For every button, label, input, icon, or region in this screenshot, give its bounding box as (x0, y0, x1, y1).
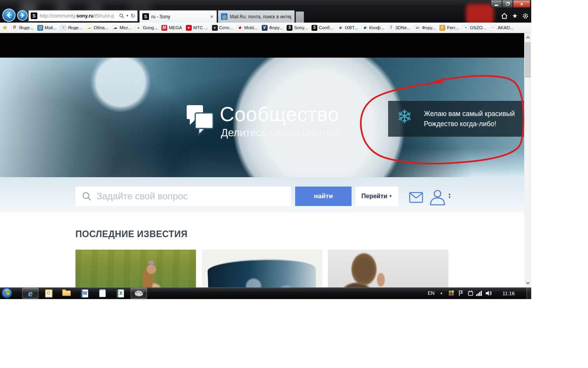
favorite-item[interactable]: MMEGA (161, 25, 182, 31)
search-icon (82, 191, 92, 201)
tab-title: ru - Sony (151, 14, 209, 19)
minimize-icon (495, 5, 498, 6)
favorite-item[interactable]: ●Сото... (212, 25, 233, 31)
scrollbar-down-arrow[interactable] (524, 279, 531, 286)
browser-forward-button[interactable] (17, 10, 28, 21)
favorite-icon: Я (11, 25, 17, 31)
forward-arrow-icon (20, 13, 25, 18)
sort-down-icon: ▼ (448, 196, 451, 199)
favorite-icon: З (388, 25, 394, 31)
favorites-bar: ★ ЯЯнде... @Mail... ≈Янде... ☁Обла... ☁M… (0, 23, 531, 33)
browser-back-button[interactable] (2, 9, 16, 22)
hidden-icons-arrow[interactable]: ▲ (440, 291, 443, 295)
favorite-item[interactable]: 3DФору... (415, 25, 436, 31)
profile-sort-arrows[interactable]: ▲ ▼ (448, 193, 451, 199)
find-button[interactable]: найти (295, 187, 352, 206)
favorites-star-icon[interactable]: ★ (512, 13, 518, 19)
favorite-icon: M (161, 25, 167, 31)
browser-toolbar: ★ (501, 11, 529, 21)
sony-site-header: SONY Интернет-магазин Электроника ▾ Подд… (0, 33, 531, 58)
favorite-item[interactable]: ◆IXBT... (337, 25, 358, 31)
favorite-item[interactable]: ∙∙AKAD... (490, 25, 514, 31)
new-tab-button[interactable] (296, 11, 304, 23)
news-card[interactable] (328, 250, 448, 287)
volume-icon[interactable] (485, 290, 492, 296)
favorite-icon: ● (212, 25, 218, 31)
mailru-favicon: @ (221, 13, 228, 20)
favorite-icon: ◆ (237, 25, 243, 31)
community-chat-icon (186, 104, 215, 136)
favorite-icon: ∙∙ (490, 25, 496, 31)
url-text: http://community.sony.ru/t5/ru/ct-p (40, 13, 119, 19)
restore-button[interactable] (502, 0, 513, 8)
taskbar-clock[interactable]: 11:16 (502, 291, 515, 296)
tab-title: Mail.Ru: почта, поиск в интер... (230, 14, 292, 19)
tools-gear-icon[interactable] (522, 12, 529, 19)
profile-icon[interactable] (429, 189, 446, 206)
favorite-icon: ◆ (337, 25, 343, 31)
scrollbar-thumb[interactable] (525, 42, 530, 77)
favorite-icon: S (287, 25, 292, 31)
sony-favicon: S (31, 12, 37, 19)
address-bar[interactable]: S http://community.sony.ru/t5/ru/ct-p ▼ … (28, 10, 138, 21)
favorite-icon: ● (186, 25, 192, 31)
address-search-icon[interactable] (119, 13, 124, 19)
action-center-flag-icon[interactable] (458, 290, 464, 296)
restore-icon (506, 3, 509, 5)
address-dropdown-icon[interactable]: ▼ (126, 14, 129, 18)
favorite-item[interactable]: ☁Обла... (86, 25, 108, 31)
favorite-item[interactable]: ◆Mobi... (237, 25, 258, 31)
news-card[interactable] (202, 250, 322, 287)
mail-icon[interactable] (409, 192, 423, 203)
favorite-item[interactable]: ▲Goog... (135, 25, 158, 31)
refresh-icon[interactable]: ↻ (130, 13, 135, 19)
favorite-icon: ◆ (362, 25, 368, 31)
language-indicator[interactable]: EN (428, 291, 434, 296)
tab-ru-sony[interactable]: S ru - Sony × (139, 10, 217, 23)
page-content: ПОСЛЕДНИЕ ИЗВЕСТИЯ (0, 212, 531, 287)
favorite-icon: ≈ (60, 25, 66, 31)
antivirus-icon[interactable] (449, 291, 454, 296)
page-scrollbar[interactable] (524, 33, 531, 287)
add-favorite-icon[interactable]: ★ (2, 24, 7, 31)
favorite-icon: ☁ (86, 25, 92, 31)
favorite-item[interactable]: ≈Янде... (60, 25, 82, 31)
tab-mailru[interactable]: @ Mail.Ru: почта, поиск в интер... (218, 10, 295, 23)
question-input[interactable] (96, 191, 291, 202)
favorite-icon: S (312, 25, 317, 31)
favorite-icon: V (262, 25, 268, 31)
home-icon[interactable] (501, 13, 508, 19)
chevron-down-icon: ▼ (389, 194, 392, 198)
news-card[interactable] (75, 250, 196, 287)
favorite-item[interactable]: @Mail... (37, 25, 57, 31)
minimize-button[interactable] (491, 0, 502, 8)
hero-subtitle: Делитесь своим опытом (221, 127, 339, 139)
favorite-icon: ▲ (135, 25, 141, 31)
scrollbar-up-arrow[interactable] (524, 34, 531, 41)
favorite-item[interactable]: З3DNe... (388, 25, 411, 31)
favorite-item[interactable]: SSony... (287, 25, 308, 31)
favorite-item[interactable]: ◑OSZO... (462, 25, 486, 31)
sony-favicon: S (142, 13, 149, 20)
greeting-text: Желаю вам самый красивый Рождество когда… (424, 109, 515, 129)
tab-close-icon[interactable]: × (209, 14, 214, 19)
favorite-item[interactable]: VФору... (262, 25, 283, 31)
favorite-icon: 3D (415, 25, 420, 31)
tv-image (207, 257, 317, 287)
favorite-item[interactable]: FFerr... (439, 25, 458, 31)
favorite-item[interactable]: ●МТС ... (186, 25, 208, 31)
go-button[interactable]: Перейти ▼ (355, 187, 398, 206)
show-desktop-button[interactable] (527, 287, 531, 299)
safely-remove-icon[interactable] (467, 290, 474, 296)
browser-titlebar: S http://community.sony.ru/t5/ru/ct-p ▼ … (0, 0, 531, 23)
back-arrow-icon (6, 12, 12, 18)
taskbar: e O W X EN ▲ 11:16 (0, 287, 531, 299)
favorite-item[interactable]: ЯЯнде... (11, 25, 33, 31)
close-icon: × (520, 1, 523, 7)
network-signal-icon[interactable] (476, 291, 482, 296)
news-section-title: ПОСЛЕДНИЕ ИЗВЕСТИЯ (75, 229, 187, 239)
favorite-item[interactable]: ◆Конф... (362, 25, 384, 31)
close-button[interactable]: × (513, 0, 530, 8)
favorite-item[interactable]: SСооб... (312, 25, 333, 31)
favorite-item[interactable]: ☁Micr... (112, 25, 132, 31)
